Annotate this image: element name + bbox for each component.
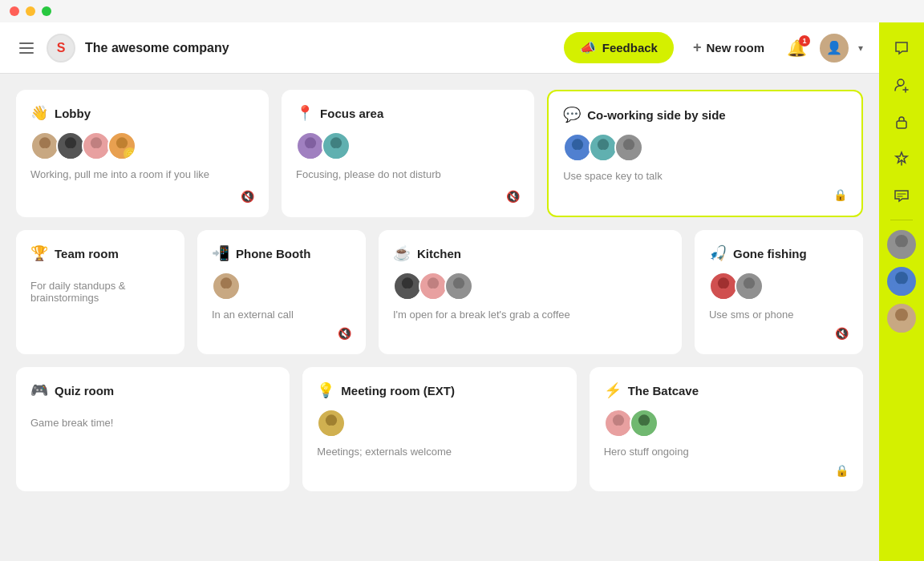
avatar	[604, 409, 633, 438]
room-icon-lobby: 👋	[30, 104, 48, 122]
pin-sidebar-button[interactable]	[886, 143, 918, 175]
room-quiz-room[interactable]: 🎮 Quiz room Game break time!	[16, 367, 290, 491]
room-name-coworking: Co-working side by side	[587, 108, 726, 122]
avatar	[563, 133, 592, 162]
avatar	[444, 272, 473, 301]
room-description-kitchen: I'm open for a break let's grab a coffee	[393, 309, 667, 340]
svg-point-41	[895, 235, 908, 248]
svg-point-32	[613, 414, 624, 426]
sidebar-divider	[890, 220, 913, 220]
close-button[interactable]	[10, 6, 19, 16]
room-header: ☕ Kitchen	[393, 244, 667, 262]
user-menu-chevron[interactable]: ▾	[858, 42, 863, 54]
hamburger-button[interactable]	[16, 39, 37, 57]
room-name-quiz: Quiz room	[55, 384, 114, 398]
room-footer-coworking: 🔒	[563, 188, 847, 201]
sidebar-avatar-1[interactable]	[887, 230, 916, 259]
room-team-room[interactable]: 🏆 Team room For daily standups & brainst…	[16, 230, 184, 354]
svg-point-18	[221, 277, 232, 289]
avatar	[393, 272, 422, 301]
room-header: 📲 Phone Booth	[212, 244, 351, 262]
plus-icon: +	[693, 39, 702, 56]
room-header: 👋 Lobby	[30, 104, 254, 122]
room-header: 💡 Meeting room (EXT)	[317, 381, 561, 399]
room-focus-area[interactable]: 📍 Focus area Focusing, please do not dis…	[282, 90, 534, 217]
room-header: 💬 Co-working side by side	[563, 106, 847, 123]
room-header: 🎣 Gone fishing	[709, 244, 849, 262]
room-footer-batcave: 🔒	[604, 464, 849, 477]
add-user-icon	[894, 77, 910, 93]
feedback-button[interactable]: 📣 Feedback	[564, 32, 674, 63]
maximize-button[interactable]	[42, 6, 51, 16]
room-batcave[interactable]: ⚡ The Batcave Hero stuff ongoing 🔒	[590, 367, 863, 491]
room-name-kitchen: Kitchen	[417, 247, 461, 260]
svg-point-17	[620, 150, 638, 162]
room-lobby[interactable]: 👋 Lobby	[16, 90, 269, 217]
minimize-button[interactable]	[26, 6, 35, 16]
room-name-team: Team room	[55, 247, 119, 260]
message-icon	[894, 188, 910, 204]
svg-point-19	[217, 289, 235, 301]
svg-point-15	[594, 150, 613, 162]
svg-point-16	[623, 139, 634, 150]
room-header: 🎮 Quiz room	[30, 381, 275, 399]
new-room-button[interactable]: + New room	[683, 33, 774, 63]
svg-point-3	[61, 148, 79, 160]
room-description-meeting: Meetings; externals welcome	[317, 446, 561, 477]
room-description-quiz: Game break time!	[30, 417, 275, 477]
lock-sidebar-icon	[894, 114, 910, 130]
room-icon-meeting: 💡	[317, 381, 334, 399]
svg-point-4	[91, 137, 102, 148]
svg-point-42	[891, 247, 912, 259]
new-room-label: New room	[706, 41, 764, 54]
room-name-meeting: Meeting room (EXT)	[341, 384, 455, 398]
room-name-focus: Focus area	[320, 107, 383, 120]
svg-point-26	[718, 277, 729, 289]
user-avatar[interactable]: 👤	[820, 34, 849, 63]
lock-sidebar-button[interactable]	[886, 106, 918, 138]
room-gone-fishing[interactable]: 🎣 Gone fishing Use sms or phone 🔇	[695, 230, 863, 354]
room-name-fishing: Gone fishing	[733, 247, 807, 260]
room-name-batcave: The Batcave	[628, 384, 699, 398]
sidebar-avatar-3[interactable]	[887, 304, 916, 333]
room-phone-booth[interactable]: 📲 Phone Booth In an external call 🔇	[197, 230, 366, 354]
svg-point-31	[322, 426, 341, 438]
room-header: 📍 Focus area	[296, 104, 520, 122]
room-footer-fishing: 🔇	[709, 327, 849, 340]
notification-button[interactable]: 🔔 1	[784, 35, 810, 61]
svg-point-45	[895, 309, 908, 321]
room-coworking[interactable]: 💬 Co-working side by side	[547, 90, 863, 217]
sidebar-avatar-2[interactable]	[887, 267, 916, 296]
svg-point-2	[65, 137, 76, 148]
add-user-sidebar-button[interactable]	[886, 69, 918, 101]
room-icon-batcave: ⚡	[604, 381, 622, 399]
room-description-batcave: Hero stuff ongoing	[604, 446, 849, 458]
room-name-phone: Phone Booth	[236, 247, 310, 260]
room-meeting-room[interactable]: 💡 Meeting room (EXT) Meetings; externals…	[302, 367, 576, 491]
svg-point-27	[714, 289, 732, 301]
notification-badge: 1	[799, 35, 810, 46]
mute-icon: 🔇	[241, 190, 254, 203]
mute-icon: 🔇	[338, 327, 351, 340]
app-container: S The awesome company 📣 Feedback + New r…	[0, 22, 924, 561]
room-description-coworking: Use space key to talk	[563, 170, 847, 182]
avatar	[419, 272, 448, 301]
mute-icon: 🔇	[506, 190, 520, 203]
svg-point-10	[330, 137, 342, 148]
avatar	[630, 409, 659, 438]
avatar	[56, 131, 85, 160]
room-kitchen[interactable]: ☕ Kitchen I'm open for	[379, 230, 682, 354]
avatar	[296, 131, 325, 160]
pin-icon	[894, 151, 910, 167]
avatar: 🪙	[107, 131, 136, 160]
message-sidebar-button[interactable]	[886, 180, 918, 212]
svg-point-13	[569, 150, 587, 162]
avatar	[322, 131, 351, 160]
svg-point-0	[39, 137, 51, 148]
coin-badge: 🪙	[124, 147, 136, 160]
svg-point-25	[449, 289, 468, 301]
svg-point-34	[638, 414, 650, 426]
room-avatars-batcave	[604, 409, 849, 438]
main-area: S The awesome company 📣 Feedback + New r…	[0, 22, 879, 561]
chat-sidebar-button[interactable]	[886, 32, 918, 64]
